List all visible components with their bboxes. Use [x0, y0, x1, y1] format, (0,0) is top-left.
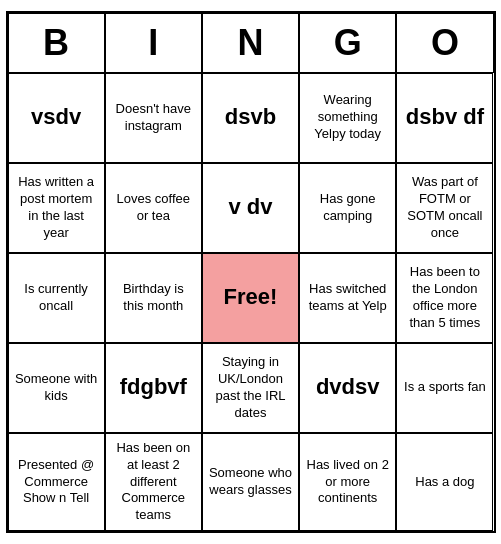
bingo-cell-15[interactable]: Someone with kids — [8, 343, 105, 433]
bingo-cell-10[interactable]: Is currently oncall — [8, 253, 105, 343]
header-letter-I: I — [105, 13, 202, 73]
bingo-cell-9[interactable]: Was part of FOTM or SOTM oncall once — [396, 163, 493, 253]
bingo-cell-21[interactable]: Has been on at least 2 different Commerc… — [105, 433, 202, 531]
bingo-cell-0[interactable]: vsdv — [8, 73, 105, 163]
bingo-cell-24[interactable]: Has a dog — [396, 433, 493, 531]
bingo-cell-5[interactable]: Has written a post mortem in the last ye… — [8, 163, 105, 253]
bingo-card: BINGO vsdvDoesn't have instagramdsvbWear… — [6, 11, 496, 533]
bingo-cell-12[interactable]: Free! — [202, 253, 299, 343]
header-letter-N: N — [202, 13, 299, 73]
header-letter-G: G — [299, 13, 396, 73]
bingo-grid: vsdvDoesn't have instagramdsvbWearing so… — [8, 73, 494, 531]
bingo-cell-18[interactable]: dvdsv — [299, 343, 396, 433]
bingo-cell-20[interactable]: Presented @ Commerce Show n Tell — [8, 433, 105, 531]
bingo-header: BINGO — [8, 13, 494, 73]
bingo-cell-4[interactable]: dsbv df — [396, 73, 493, 163]
bingo-cell-6[interactable]: Loves coffee or tea — [105, 163, 202, 253]
bingo-cell-3[interactable]: Wearing something Yelpy today — [299, 73, 396, 163]
bingo-cell-13[interactable]: Has switched teams at Yelp — [299, 253, 396, 343]
bingo-cell-1[interactable]: Doesn't have instagram — [105, 73, 202, 163]
bingo-cell-23[interactable]: Has lived on 2 or more continents — [299, 433, 396, 531]
bingo-cell-17[interactable]: Staying in UK/London past the IRL dates — [202, 343, 299, 433]
bingo-cell-19[interactable]: Is a sports fan — [396, 343, 493, 433]
header-letter-B: B — [8, 13, 105, 73]
bingo-cell-8[interactable]: Has gone camping — [299, 163, 396, 253]
bingo-cell-11[interactable]: Birthday is this month — [105, 253, 202, 343]
bingo-cell-2[interactable]: dsvb — [202, 73, 299, 163]
bingo-cell-14[interactable]: Has been to the London office more than … — [396, 253, 493, 343]
bingo-cell-16[interactable]: fdgbvf — [105, 343, 202, 433]
bingo-cell-22[interactable]: Someone who wears glasses — [202, 433, 299, 531]
header-letter-O: O — [396, 13, 493, 73]
bingo-cell-7[interactable]: v dv — [202, 163, 299, 253]
